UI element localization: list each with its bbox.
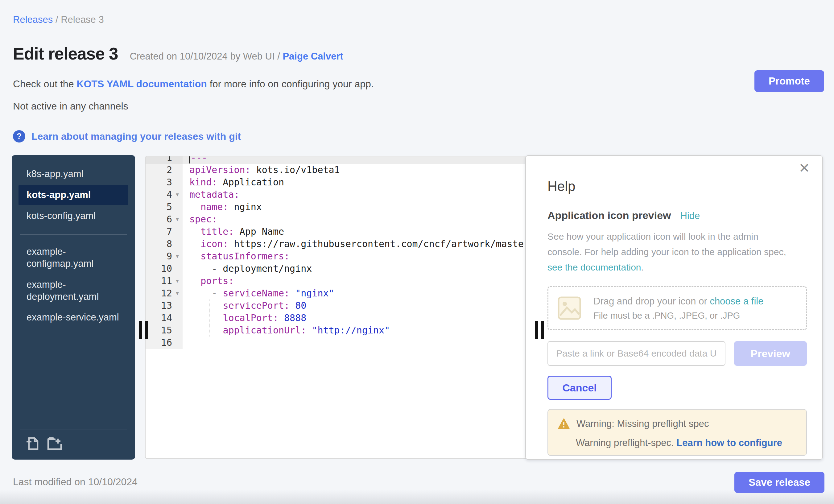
fold-arrow-icon[interactable]: ▾ <box>172 275 182 287</box>
yaml-token: nginx <box>228 201 262 212</box>
line-number: 14 <box>161 312 172 324</box>
file-tree-item-example-configmap.yaml[interactable]: example-configmap.yaml <box>19 242 128 274</box>
editor-gutter-cell: 6▾ <box>146 213 182 225</box>
yaml-token: "http://nginx" <box>306 325 390 335</box>
yaml-token: 8888 <box>279 312 306 323</box>
editor-line-3[interactable]: 3kind: Application <box>146 176 533 189</box>
file-tree-item-kots-app.yaml[interactable]: kots-app.yaml <box>19 185 128 205</box>
cancel-button[interactable]: Cancel <box>547 376 612 400</box>
text-cursor <box>190 156 190 163</box>
fold-arrow-icon[interactable]: ▾ <box>172 250 182 262</box>
see-documentation-link[interactable]: see the documentation <box>547 262 641 272</box>
yaml-token <box>190 300 223 311</box>
editor-code-cell: kind: Application <box>182 176 533 189</box>
warning-row2: Warning preflight-spec. Learn how to con… <box>558 437 795 448</box>
pane-resize-handle-right[interactable] <box>535 321 544 339</box>
icon-url-input[interactable] <box>547 341 725 366</box>
editor-gutter-cell: 3 <box>146 176 182 189</box>
breadcrumb: Releases / Release 3 <box>13 14 104 25</box>
warning-row1: Warning: Missing preflight spec <box>558 418 795 429</box>
icon-dropzone[interactable]: Drag and drop your icon or choose a file… <box>547 286 807 330</box>
git-releases-link[interactable]: Learn about managing your releases with … <box>31 131 241 142</box>
editor-line-10[interactable]: 10 - deployment/nginx <box>146 262 533 275</box>
editor-code-cell: - serviceName: "nginx" <box>182 287 533 300</box>
editor-code-cell: apiVersion: kots.io/v1beta1 <box>182 164 533 176</box>
line-number: 5 <box>167 201 172 213</box>
editor-line-6[interactable]: 6▾spec: <box>146 213 533 225</box>
line-number: 10 <box>161 262 172 275</box>
workspace: k8s-app.yamlkots-app.yamlkots-config.yam… <box>12 155 823 460</box>
editor-line-14[interactable]: 14 localPort: 8888 <box>146 312 533 324</box>
editor-code-cell: applicationUrl: "http://nginx" <box>182 324 533 336</box>
created-text: Created on 10/10/2024 by Web UI / <box>130 51 280 62</box>
yaml-token: statusInformers: <box>200 251 290 262</box>
help-title: Help <box>547 179 807 194</box>
editor-line-5[interactable]: 5 name: nginx <box>146 201 533 213</box>
editor-line-2[interactable]: 2apiVersion: kots.io/v1beta1 <box>146 164 533 176</box>
editor-line-9[interactable]: 9▾ statusInformers: <box>146 250 533 262</box>
hide-link[interactable]: Hide <box>680 210 700 221</box>
sidebar-bottom-divider <box>20 429 127 429</box>
editor-gutter-cell: 14 <box>146 312 182 324</box>
editor-line-16[interactable]: 16 <box>146 336 533 349</box>
image-placeholder-icon <box>558 297 581 320</box>
yaml-token: 80 <box>290 300 306 311</box>
editor-line-4[interactable]: 4▾metadata: <box>146 189 533 201</box>
save-release-button[interactable]: Save release <box>734 472 825 493</box>
editor-line-8[interactable]: 8 icon: https://raw.githubusercontent.co… <box>146 238 533 250</box>
editor-code-cell: localPort: 8888 <box>182 312 533 324</box>
editor-line-12[interactable]: 12▾ - serviceName: "nginx" <box>146 287 533 300</box>
indent-guide <box>210 312 210 324</box>
pane-resize-handle-left[interactable] <box>139 321 148 339</box>
drag-drop-text: Drag and drop your icon or <box>593 296 710 307</box>
editor-gutter-cell: 11▾ <box>146 275 182 287</box>
line-number: 13 <box>161 300 172 312</box>
editor-line-7[interactable]: 7 title: App Name <box>146 225 533 238</box>
preview-button[interactable]: Preview <box>734 341 807 366</box>
new-file-icon[interactable] <box>25 436 40 450</box>
close-icon[interactable]: ✕ <box>798 161 810 175</box>
editor-line-1[interactable]: 1--- <box>146 156 533 164</box>
breadcrumb-releases-link[interactable]: Releases <box>13 14 53 25</box>
file-tree-item-kots-config.yaml[interactable]: kots-config.yaml <box>19 206 128 226</box>
help-description: See how your application icon will look … <box>547 229 788 275</box>
yaml-token: spec: <box>190 214 217 224</box>
editor-gutter-cell: 10 <box>146 262 182 275</box>
editor-code-cell: servicePort: 80 <box>182 300 533 312</box>
editor-code-cell: ports: <box>182 275 533 287</box>
indent-guide <box>210 300 210 312</box>
file-tree-item-k8s-app.yaml[interactable]: k8s-app.yaml <box>19 164 128 184</box>
yaml-token: "nginx" <box>290 288 334 299</box>
sidebar-bottom <box>12 421 135 454</box>
line-number: 16 <box>161 336 172 349</box>
channel-status: Not active in any channels <box>13 101 128 112</box>
yaml-token <box>190 312 223 323</box>
yaml-editor[interactable]: 1---2apiVersion: kots.io/v1beta13kind: A… <box>145 156 533 459</box>
file-tree-item-example-deployment.yaml[interactable]: example-deployment.yaml <box>19 275 128 307</box>
created-by-link[interactable]: Paige Calvert <box>283 51 343 62</box>
editor-line-15[interactable]: 15 applicationUrl: "http://nginx" <box>146 324 533 336</box>
editor-code-cell: statusInformers: <box>182 250 533 262</box>
editor-code-cell <box>182 336 533 349</box>
editor-gutter-cell: 12▾ <box>146 287 182 300</box>
git-help-row[interactable]: ? Learn about managing your releases wit… <box>13 130 241 143</box>
editor-gutter-cell: 15 <box>146 324 182 336</box>
new-folder-icon[interactable] <box>46 436 62 450</box>
editor-gutter-cell: 5 <box>146 201 182 213</box>
url-row: Preview <box>547 341 807 366</box>
yaml-token <box>190 276 200 286</box>
yaml-token: ports: <box>200 276 234 286</box>
promote-button[interactable]: Promote <box>754 70 824 92</box>
editor-line-11[interactable]: 11▾ ports: <box>146 275 533 287</box>
kots-yaml-doc-link[interactable]: KOTS YAML documentation <box>76 78 207 89</box>
question-icon: ? <box>13 130 25 143</box>
fold-arrow-icon[interactable]: ▾ <box>172 189 182 201</box>
file-tree-item-example-service.yaml[interactable]: example-service.yaml <box>19 308 128 328</box>
yaml-token: kots.io/v1beta1 <box>251 165 340 175</box>
fold-arrow-icon[interactable]: ▾ <box>172 287 182 300</box>
fold-arrow-icon[interactable]: ▾ <box>172 213 182 225</box>
editor-code-cell: metadata: <box>182 189 533 201</box>
choose-file-link[interactable]: choose a file <box>710 296 763 307</box>
editor-line-13[interactable]: 13 servicePort: 80 <box>146 300 533 312</box>
learn-configure-link[interactable]: Learn how to configure <box>676 437 782 448</box>
